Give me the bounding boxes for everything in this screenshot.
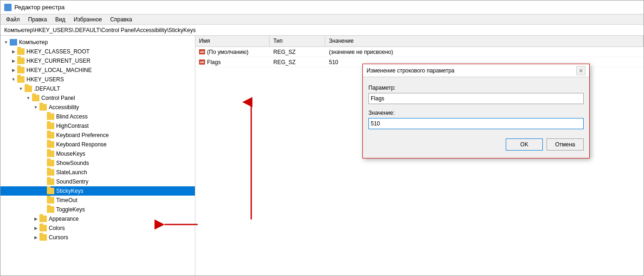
folder-icon-accessibility [39, 104, 47, 111]
app-icon [4, 4, 12, 11]
tree-showsounds[interactable]: ShowSounds [0, 158, 195, 168]
expander-soundsentry [39, 178, 47, 185]
title-bar: Редактор реестра [0, 0, 644, 14]
reg-entry-flags-type: REG_SZ [270, 59, 325, 66]
folder-icon-togglekeys [47, 206, 54, 213]
folder-icon-hkcu [17, 58, 25, 64]
tree-default-label: .DEFAULT [34, 85, 60, 92]
expander-slatelaunch [39, 169, 47, 176]
tree-timeout-label: TimeOut [56, 197, 77, 204]
dialog-body: Параметр: Значение: OK Отмена [363, 77, 589, 158]
dialog-close-button[interactable]: × [576, 66, 586, 75]
menu-help[interactable]: Справка [107, 15, 136, 24]
menu-edit[interactable]: Правка [25, 15, 51, 24]
reg-entry-default-value: (значение не присвоено) [325, 49, 644, 55]
tree-colors-label: Colors [49, 225, 65, 231]
col-name: Имя [195, 36, 270, 46]
dialog-ok-button[interactable]: OK [506, 138, 543, 151]
tree-stickykeys-label: StickyKeys [56, 188, 84, 194]
tree-hkcu[interactable]: ▶ HKEY_CURRENT_USER [0, 56, 195, 66]
tree-slatelaunch[interactable]: SlateLaunch [0, 168, 195, 177]
folder-icon-blindaccess [47, 113, 54, 120]
tree-mousekeys-label: MouseKeys [56, 151, 85, 157]
expander-hkcu: ▶ [10, 57, 17, 65]
dialog-title: Изменение строкового параметра [367, 67, 455, 74]
tree-accessibility[interactable]: ▼ Accessibility [0, 103, 195, 112]
expander-default: ▼ [17, 85, 25, 92]
tree-hklm[interactable]: ▶ HKEY_LOCAL_MACHINE [0, 66, 195, 75]
column-headers: Имя Тип Значение [195, 36, 644, 47]
folder-icon-kbresp [47, 141, 54, 148]
tree-computer-label: Компьютер [19, 39, 48, 46]
tree-soundsentry[interactable]: SoundSentry [0, 177, 195, 186]
tree-cursors[interactable]: ▶ Cursors [0, 233, 195, 242]
dialog-value-input[interactable] [368, 118, 584, 129]
expander-blindaccess [39, 113, 47, 120]
menu-bar: Файл Правка Вид Избранное Справка [0, 14, 644, 25]
reg-entry-default[interactable]: ab (По умолчанию) REG_SZ (значение не пр… [195, 47, 644, 57]
tree-controlpanel[interactable]: ▼ Control Panel [0, 93, 195, 103]
tree-highcontrast[interactable]: HighContrast [0, 121, 195, 131]
tree-mousekeys[interactable]: MouseKeys [0, 149, 195, 158]
expander-hkcr: ▶ [10, 48, 17, 55]
reg-entry-flags-name: ab Flags [195, 59, 270, 66]
folder-icon-hku [17, 76, 25, 83]
tree-timeout[interactable]: TimeOut [0, 196, 195, 205]
folder-icon-colors [39, 225, 47, 231]
main-window: Редактор реестра Файл Правка Вид Избранн… [0, 0, 644, 276]
folder-icon-mousekeys [47, 151, 54, 157]
tree-default[interactable]: ▼ .DEFAULT [0, 84, 195, 93]
dialog-param-label: Параметр: [368, 85, 584, 91]
tree-togglekeys-label: ToggleKeys [56, 206, 85, 213]
tree-blindaccess[interactable]: Blind Access [0, 112, 195, 121]
expander-cursors: ▶ [32, 234, 39, 241]
col-type: Тип [270, 36, 325, 46]
tree-stickykeys[interactable]: StickyKeys [0, 186, 195, 196]
folder-icon-controlpanel [32, 95, 39, 101]
expander-showsounds [39, 159, 47, 167]
expander-colors: ▶ [32, 224, 39, 232]
expander-kbresp [39, 141, 47, 148]
col-value: Значение [325, 36, 644, 46]
tree-hkcr[interactable]: ▶ HKEY_CLASSES_ROOT [0, 47, 195, 56]
dialog-cancel-button[interactable]: Отмена [547, 138, 584, 151]
computer-icon [10, 39, 17, 46]
tree-hkcu-label: HKEY_CURRENT_USER [26, 58, 90, 64]
expander-hku: ▼ [10, 76, 17, 83]
tree-soundsentry-label: SoundSentry [56, 178, 88, 185]
dialog-param-input[interactable] [368, 93, 584, 104]
dialog-buttons: OK Отмена [368, 138, 584, 151]
tree-showsounds-label: ShowSounds [56, 160, 89, 166]
tree-controlpanel-label: Control Panel [41, 95, 75, 101]
tree-slatelaunch-label: SlateLaunch [56, 169, 87, 176]
reg-entry-default-type: REG_SZ [270, 49, 325, 55]
expander-hklm: ▶ [10, 66, 17, 74]
tree-kbpref-label: Keyboard Preference [56, 132, 109, 138]
tree-kbpref[interactable]: Keyboard Preference [0, 131, 195, 140]
tree-computer[interactable]: ▼ Компьютер [0, 38, 195, 47]
tree-hku-label: HKEY_USERS [26, 76, 64, 83]
expander-accessibility: ▼ [32, 104, 39, 111]
expander-togglekeys [39, 206, 47, 213]
menu-view[interactable]: Вид [52, 15, 69, 24]
folder-icon-default [25, 85, 32, 92]
folder-icon-stickykeys [47, 188, 54, 194]
menu-file[interactable]: Файл [2, 15, 24, 24]
tree-kbresp[interactable]: Keyboard Response [0, 140, 195, 149]
tree-cursors-label: Cursors [49, 234, 68, 241]
tree-hkcr-label: HKEY_CLASSES_ROOT [26, 48, 90, 55]
expander-timeout [39, 197, 47, 204]
tree-appearance[interactable]: ▶ Appearance [0, 214, 195, 223]
tree-colors[interactable]: ▶ Colors [0, 223, 195, 233]
expander-computer: ▼ [2, 39, 10, 46]
expander-controlpanel: ▼ [25, 94, 32, 102]
tree-highcontrast-label: HighContrast [56, 123, 89, 129]
expander-stickykeys [39, 187, 47, 195]
title-bar-text: Редактор реестра [14, 4, 64, 11]
tree-panel[interactable]: ▼ Компьютер ▶ HKEY_CLASSES_ROOT ▶ HKEY_C… [0, 36, 195, 276]
tree-hku[interactable]: ▼ HKEY_USERS [0, 75, 195, 84]
folder-icon-hkcr [17, 48, 25, 55]
tree-kbresp-label: Keyboard Response [56, 141, 107, 148]
menu-favorites[interactable]: Избранное [70, 15, 106, 24]
tree-togglekeys[interactable]: ToggleKeys [0, 205, 195, 214]
